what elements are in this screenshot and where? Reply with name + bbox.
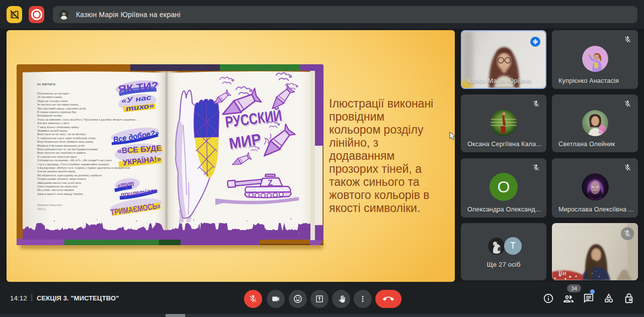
svg-text:Вбивали й батьками маленьких д: Вбивали й батьками маленьких дітей. — [37, 144, 85, 147]
svg-text:В планах кожного українця був,: В планах кожного українця був, — [37, 111, 77, 114]
svg-text:І чути у відповідь «Тихо.Спокі: І чути у відповідь «Тихо.Спокійно» надзв… — [37, 163, 109, 166]
svg-text:Ми стоїмо і вистояти зможем: Ми стоїмо і вистояти зможем — [37, 188, 74, 191]
svg-text:24 лютневого ранку,: 24 лютневого ранку, — [37, 95, 63, 98]
svg-text:А від відповіді: «Вибухи чути.: А від відповіді: «Вибухи чути. Сидимо у … — [37, 166, 131, 169]
svg-text:Їх транспортом стали танки та: Їх транспортом стали танки та військові … — [37, 137, 96, 140]
svg-text:Спілкуватись питаннями: «Як ти: Спілкуватись питаннями: «Як ти?», «Як сп… — [37, 159, 112, 162]
svg-text:Їм снилися сни про марну країн: Їм снилися сни про марну країну, — [37, 103, 79, 106]
svg-text:Про щасливий народ і щасливих: Про щасливий народ і щасливих дітей, — [37, 107, 87, 110]
svg-text:Люди ще солодко спали: Люди ще солодко спали — [37, 99, 68, 102]
svg-text:Завищними малоти нах дітей сво: Завищними малоти нах дітей своїх. — [37, 181, 82, 184]
svg-text:Вони змусили нас переїхати в п: Вони змусили нас переїхати в підвали, — [37, 151, 87, 154]
svg-text:Ми обіднялися, один одному на: Ми обіднялися, один одному на допомогу п… — [37, 174, 102, 177]
svg-text:Увірвався руский народ.: Увірвався руский народ. — [37, 129, 68, 132]
svg-text:Розпочалось це сьогодні –: Розпочалось це сьогодні – — [37, 92, 70, 95]
svg-text:Z: Z — [267, 178, 273, 187]
svg-text:Вони руйнували все те, що ми б: Вони руйнували все те, що ми будували ро… — [37, 148, 99, 151]
svg-text:Вони безжалісно били, вбивали: Вони безжалісно били, вбивали нашу країн… — [37, 140, 94, 143]
svg-text:У нашу вільну і незалежну краї: У нашу вільну і незалежну країну — [37, 126, 79, 129]
svg-text:Але все змінилось у мить: Але все змінилось у мить — [37, 122, 69, 125]
svg-text:Безхмарний четвер.: Безхмарний четвер. — [37, 114, 62, 117]
svg-text:6: 6 — [298, 232, 300, 235]
svg-text:Спати нормально ми перестали: Спати нормально ми перестали — [37, 185, 77, 188]
svg-text:24 ЛЮТОГО: 24 ЛЮТОГО — [37, 83, 56, 86]
svg-text:Голими руками зупинити танки п: Голими руками зупинити танки почали, — [37, 177, 87, 180]
svg-text:2022 р.: 2022 р. — [37, 207, 46, 210]
svg-text:Але ми українці єдиний народ,: Але ми українці єдиний народ, — [37, 170, 76, 173]
svg-text:Вони їхали не на таксі, і не н: Вони їхали не на таксі, і не на автобусі — [37, 133, 86, 136]
svg-text:Адже в єдності сила народу Укр: Адже в єдності сила народу України. — [37, 192, 84, 195]
svg-text:Хтось на навчання, хтось на ро: Хтось на навчання, хтось на роботу, Прог… — [37, 118, 137, 121]
svg-text:Яковенко Анастасія: Яковенко Анастасія — [37, 203, 62, 206]
svg-text:Зі страхом ночі чекати ми мали: Зі страхом ночі чекати ми мали. — [37, 155, 77, 158]
